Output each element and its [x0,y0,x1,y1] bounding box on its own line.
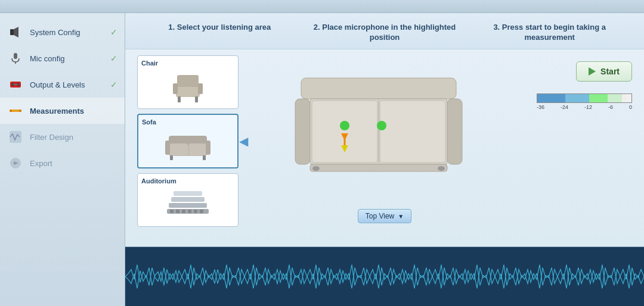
meter-label-24: -24 [561,104,568,110]
svg-rect-24 [165,140,170,155]
svg-point-51 [312,166,320,171]
meter-low [537,94,565,102]
wave-icon [7,129,24,145]
steps-header: 1. Select your listening area 2. Place m… [125,13,644,49]
meter-mid [589,94,608,102]
top-view-dropdown[interactable]: Top View ▼ [358,209,411,223]
svg-rect-16 [178,96,181,102]
svg-rect-33 [176,210,179,213]
sidebar-label-mic-config: Mic config [30,54,65,63]
svg-rect-38 [301,78,456,99]
meter-mid-high [608,94,622,102]
sidebar-item-export[interactable]: Export [0,150,125,176]
svg-rect-23 [189,143,207,155]
sidebar-label-filter-design: Filter Design [30,133,73,142]
option-auditorium-label: Auditorium [141,177,177,185]
checkmark-mic-config: ✓ [110,54,117,63]
meter-label-12: -12 [584,104,592,110]
sidebar-label-output-levels: Output & Levels [30,80,85,89]
svg-point-52 [438,166,445,171]
svg-rect-35 [188,210,191,213]
option-chair-label: Chair [141,60,158,67]
svg-rect-26 [170,155,173,160]
svg-point-10 [19,110,21,112]
svg-rect-32 [170,210,174,213]
start-button[interactable]: Start [576,61,632,82]
cable-icon [7,102,24,119]
content-area: 1. Select your listening area 2. Place m… [125,13,644,306]
svg-point-9 [10,110,12,112]
export-icon [7,155,24,171]
svg-rect-45 [310,164,447,171]
play-icon [589,67,596,76]
sidebar-label-measurements: Measurements [30,107,84,115]
sidebar: System Config ✓ Mic config ✓ [0,13,125,306]
sidebar-label-system-config: System Config [30,28,80,37]
listening-panel: Chair [125,49,244,246]
svg-rect-30 [171,197,205,202]
svg-rect-53 [125,247,644,306]
view-dropdown-container: Top View ▼ [358,209,411,223]
waveform-svg: // This won't run inside SVG, we'll just… [125,247,644,306]
level-meter: -36 -24 -12 -6 0 [537,93,632,110]
option-auditorium[interactable]: Auditorium [137,173,239,227]
meter-high [622,94,627,102]
main-layout: System Config ✓ Mic config ✓ [0,13,644,306]
sofa-image [142,128,234,164]
svg-rect-39 [295,99,310,164]
svg-marker-1 [14,27,18,38]
option-sofa-label: Sofa [142,118,156,126]
tape-icon [7,76,24,93]
sofa-svg [289,72,468,191]
dropdown-label: Top View [366,212,394,220]
speaker-icon [7,24,24,40]
meter-mid-low [565,94,589,102]
svg-rect-22 [170,143,188,155]
meter-labels: -36 -24 -12 -6 0 [537,104,632,110]
checkmark-system-config: ✓ [110,27,117,37]
svg-rect-19 [198,83,203,94]
svg-rect-2 [14,53,17,59]
svg-rect-37 [200,210,203,213]
sidebar-item-system-config[interactable]: System Config ✓ [0,19,125,45]
sidebar-item-filter-design[interactable]: Filter Design [0,124,125,150]
right-panel: Start -36 -24 -12 [525,49,644,246]
meter-label-36: -36 [537,104,544,110]
svg-rect-15 [177,75,199,87]
start-label: Start [600,67,620,76]
svg-rect-40 [447,99,462,164]
top-bar [0,0,644,13]
option-sofa[interactable]: Sofa [137,114,239,168]
svg-rect-29 [169,203,207,208]
svg-rect-31 [174,191,202,196]
svg-rect-34 [182,210,185,213]
step-3: 3. Press start to begin taking a measure… [467,23,632,43]
svg-rect-18 [173,83,178,94]
sidebar-item-output-levels[interactable]: Output & Levels ✓ [0,71,125,98]
auditorium-image [141,187,234,223]
sidebar-item-measurements[interactable]: Measurements [0,98,125,124]
svg-point-47 [377,121,386,130]
sofa-top-view [289,72,480,203]
waveform-area: // This won't run inside SVG, we'll just… [125,246,644,306]
main-content-row: Chair [125,49,644,246]
svg-rect-27 [203,155,206,160]
chevron-down-icon: ▼ [398,213,404,220]
meter-bar [537,93,632,103]
sidebar-item-mic-config[interactable]: Mic config ✓ [0,45,125,71]
step-2: 2. Place microphone in the highlighted p… [302,23,467,43]
sofa-panel: Top View ▼ [244,49,525,246]
meter-label-0: 0 [629,104,632,110]
svg-rect-0 [10,29,14,35]
sidebar-label-export: Export [30,159,52,168]
svg-rect-17 [195,96,198,102]
chair-image [141,69,234,105]
mic-icon [7,50,24,67]
svg-rect-43 [380,101,445,163]
svg-rect-36 [194,210,197,213]
checkmark-output-levels: ✓ [110,80,117,89]
meter-label-6: -6 [608,104,613,110]
option-chair[interactable]: Chair [137,55,239,109]
step-1: 1. Select your listening area [137,23,302,43]
svg-point-46 [340,121,349,130]
